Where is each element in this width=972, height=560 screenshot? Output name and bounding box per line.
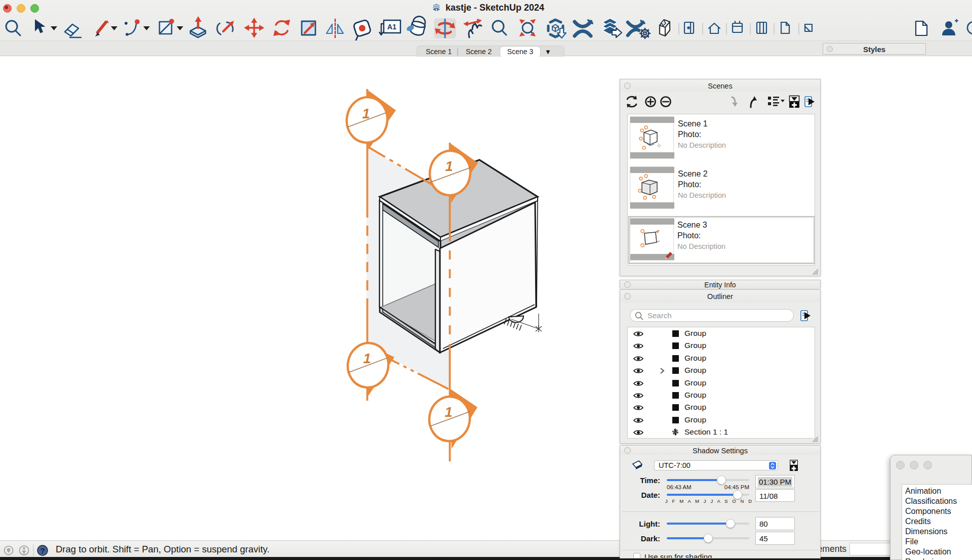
svg-text:?: ? bbox=[40, 546, 45, 555]
svg-text:1: 1 bbox=[363, 351, 371, 366]
svg-text:1: 1 bbox=[362, 106, 370, 121]
svg-text:1: 1 bbox=[444, 405, 452, 420]
svg-text:1: 1 bbox=[445, 159, 453, 174]
svg-text:A1: A1 bbox=[387, 23, 396, 31]
